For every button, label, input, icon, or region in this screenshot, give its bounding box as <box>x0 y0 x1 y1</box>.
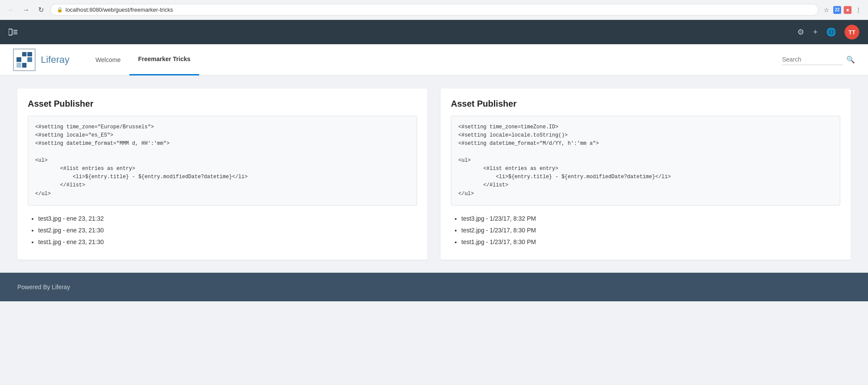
add-icon-button[interactable]: + <box>813 28 818 37</box>
site-name: Liferay <box>41 54 69 65</box>
topbar-left <box>9 29 17 36</box>
right-code-block: <#setting time_zone=timeZone.ID> <#setti… <box>451 116 840 206</box>
site-logo[interactable]: Liferay <box>13 49 69 71</box>
svg-rect-0 <box>9 29 12 35</box>
logo-image <box>13 49 36 71</box>
search-input[interactable] <box>782 56 843 63</box>
topbar-right: ⚙ + 🌐 TT <box>797 25 859 39</box>
list-item: test1.jpg - ene 23, 21:30 <box>38 238 417 247</box>
sidebar-toggle-button[interactable] <box>9 29 17 36</box>
ext-red: ■ <box>844 6 852 14</box>
main-content: Asset Publisher <#setting time_zone="Eur… <box>0 75 868 273</box>
browser-nav: ← → ↻ <box>5 4 47 16</box>
browser-icons: ☆ 22 ■ ⋮ <box>822 6 863 14</box>
settings-icon-button[interactable]: ⚙ <box>797 27 804 37</box>
globe-icon-button[interactable]: 🌐 <box>826 27 836 37</box>
ext-22: 22 <box>833 6 841 14</box>
menu-button[interactable]: ⋮ <box>854 6 863 14</box>
bookmark-button[interactable]: ☆ <box>822 6 831 14</box>
user-avatar[interactable]: TT <box>845 25 859 39</box>
back-button[interactable]: ← <box>5 4 17 16</box>
left-result-list: test3.jpg - ene 23, 21:32 test2.jpg - en… <box>28 214 417 247</box>
left-asset-publisher-panel: Asset Publisher <#setting time_zone="Eur… <box>17 88 427 260</box>
footer-text: Powered By Liferay <box>17 284 70 290</box>
browser-chrome: ← → ↻ 🔒 localhost:8080/web/guest/freemar… <box>0 0 868 20</box>
footer: Powered By Liferay <box>0 273 868 301</box>
nav-link-freemarker-tricks[interactable]: Freemarker Tricks <box>129 44 199 75</box>
list-item: test3.jpg - 1/23/17, 8:32 PM <box>461 214 840 223</box>
url-bar[interactable]: 🔒 localhost:8080/web/guest/freemarker-tr… <box>50 4 819 16</box>
reload-button[interactable]: ↻ <box>35 4 47 16</box>
left-panel-title: Asset Publisher <box>28 99 417 109</box>
list-item: test3.jpg - ene 23, 21:32 <box>38 214 417 223</box>
panels-row: Asset Publisher <#setting time_zone="Eur… <box>17 88 851 260</box>
list-item: test1.jpg - 1/23/17, 8:30 PM <box>461 238 840 247</box>
nav-bar: Liferay Welcome Freemarker Tricks 🔍 <box>0 44 868 75</box>
right-asset-publisher-panel: Asset Publisher <#setting time_zone=time… <box>441 88 851 260</box>
list-item: test2.jpg - ene 23, 21:30 <box>38 226 417 235</box>
search-input-wrap <box>782 54 843 65</box>
url-text: localhost:8080/web/guest/freemarker-tric… <box>66 7 173 13</box>
right-panel-title: Asset Publisher <box>451 99 840 109</box>
right-result-list: test3.jpg - 1/23/17, 8:32 PM test2.jpg -… <box>451 214 840 247</box>
left-code-block: <#setting time_zone="Europe/Brussels"> <… <box>28 116 417 206</box>
search-button[interactable]: 🔍 <box>846 55 855 64</box>
list-item: test2.jpg - 1/23/17, 8:30 PM <box>461 226 840 235</box>
nav-search: 🔍 <box>782 54 855 65</box>
nav-links: Welcome Freemarker Tricks <box>87 44 782 75</box>
nav-link-welcome[interactable]: Welcome <box>87 44 129 75</box>
liferay-topbar: ⚙ + 🌐 TT <box>0 20 868 44</box>
forward-button[interactable]: → <box>20 4 32 16</box>
lock-icon: 🔒 <box>57 7 63 13</box>
